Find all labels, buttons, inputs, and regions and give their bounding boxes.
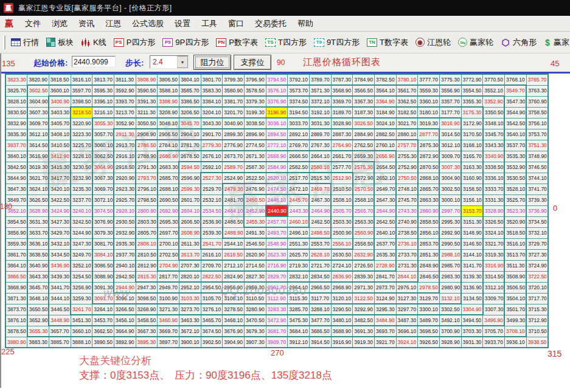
price-cell: 3487.30 [396,315,418,326]
price-cell: 3624.10 [27,184,49,194]
price-cell: 2983.30 [439,271,461,282]
price-cell: 3136.90 [461,282,483,293]
price-cell: 3475.30 [288,315,310,326]
price-cell: 2676.10 [201,151,223,162]
price-cell: 2712.10 [223,260,245,271]
price-cell: 3700.90 [439,326,461,337]
price-cell: 2839.30 [353,271,375,282]
toolbar-item[interactable]: PNP数字表 [216,37,258,48]
price-cell: 3602.50 [27,85,49,96]
toolbar-item[interactable]: P99P四方形 [162,37,209,48]
menu-item[interactable]: 资讯 [73,16,100,31]
price-cell: 2954.50 [201,282,223,293]
menu-item[interactable]: 江恩 [100,16,127,31]
price-cell: 3247.30 [71,238,92,249]
price-cell: 2558.50 [353,238,375,249]
price-cell: 3688.90 [331,326,353,337]
price-cell: 3300.10 [418,304,440,315]
price-cell: 2880.10 [396,129,418,140]
price-cell: 3132.10 [439,293,461,304]
price-cell: 2947.30 [136,282,158,293]
toolbar-item[interactable]: ⬡六角形 [501,37,537,48]
price-cell: 3084.10 [92,249,114,260]
start-price-input[interactable] [72,56,116,67]
price-cell: 2524.90 [223,173,245,184]
price-cell: 3724.90 [526,260,548,271]
price-cell: 3614.50 [27,140,49,151]
price-cell: 3549.70 [504,85,526,96]
price-cell: 3897.70 [158,337,179,348]
price-cell: 3259.30 [71,293,92,304]
price-cell: 2973.70 [374,282,396,293]
price-cell: 3002.50 [439,184,461,194]
step-value: 2.4 [150,58,177,66]
price-cell: 2707.30 [179,260,201,271]
price-cell: 3381.70 [223,96,245,107]
menu-item[interactable]: 帮助 [292,16,319,31]
toolbar-item[interactable]: PSP四方形 [114,37,156,48]
price-cell: 2532.10 [201,194,223,205]
window-title: 赢家江恩专业版[赢家服务平台] - [价格正方形] [18,3,172,13]
support-button[interactable]: 支撑位 [234,55,271,70]
resistance-button[interactable]: 阻力位 [193,55,231,70]
price-cell: 3561.70 [396,85,418,96]
price-cell: 2733.70 [396,249,418,260]
price-cell: 3926.50 [418,337,440,348]
toolbar-grip-icon[interactable] [3,36,5,49]
price-cell: 3297.70 [396,304,418,315]
toolbar-item[interactable]: $赢家服务 [544,37,570,48]
toolbar-item[interactable]: 行情 [11,37,39,48]
price-cell: 2781.70 [179,140,201,151]
price-cell: 2541.70 [201,238,223,249]
price-cell: 3866.50 [5,271,27,282]
step-select[interactable]: 2.4 ▼ [150,55,189,69]
price-cell: 3403.30 [49,107,71,118]
price-cell: 3465.70 [201,315,223,326]
price-cell: 3696.10 [396,326,418,337]
price-cell: 3912.10 [288,337,310,348]
toolbar-item[interactable]: T99T四方形 [314,37,360,48]
toolbar-item[interactable]: Big赢家轮 [458,37,493,48]
toolbar-item[interactable]: 板块 [46,37,74,48]
toolbar-item[interactable]: ◉江恩轮 [415,37,451,48]
price-cell: 2551.30 [288,238,310,249]
price-cell: 3072.10 [92,194,114,205]
price-cell: 3597.70 [71,85,92,96]
price-cell: 2544.10 [223,238,245,249]
price-cell: 2539.30 [201,227,223,238]
price-cell: 2652.10 [374,173,396,184]
price-cell: 2469.70 [309,184,331,194]
price-cell: 2697.70 [158,227,179,238]
price-cell: 3244.90 [71,227,92,238]
price-cell: 3278.50 [223,304,245,315]
price-cell: 3792.10 [288,74,310,85]
price-cell: 2748.10 [396,184,418,194]
menu-item[interactable]: 工具 [196,16,223,31]
menu-item[interactable]: 浏览 [46,16,73,31]
toolbar-item[interactable]: K线 [81,37,106,48]
price-cell: 3619.30 [27,162,49,173]
price-cell: 3825.70 [5,85,27,96]
menu-item[interactable]: 设置 [169,16,196,31]
toolbar-item-label: K线 [93,37,106,48]
price-cell: 2628.10 [309,249,331,260]
price-cell: 3192.10 [309,107,331,118]
price-cell: 3444.10 [49,293,71,304]
price-cell: 2865.70 [418,184,440,194]
toolbar-item[interactable]: TNT数字表 [367,37,408,48]
price-cell: 3801.70 [201,74,223,85]
menu-item[interactable]: 交易委托 [249,16,292,31]
price-cell: 3924.10 [396,337,418,348]
menu-item[interactable]: 公式选股 [127,16,169,31]
price-cell: 3348.10 [483,118,505,129]
toolbar-item[interactable]: TST四方形 [265,37,307,48]
chevron-down-icon[interactable]: ▼ [177,56,188,68]
menu-item[interactable]: 文件 [19,16,46,31]
price-cell: 2904.10 [179,129,201,140]
price-cell: 2690.50 [158,194,179,205]
price-cell: 3422.50 [49,194,71,205]
badge-box-icon: PS [114,38,124,47]
menu-item[interactable]: 窗口 [223,16,249,31]
price-cell: 3537.70 [504,140,526,151]
price-cell: 3576.10 [266,85,288,96]
